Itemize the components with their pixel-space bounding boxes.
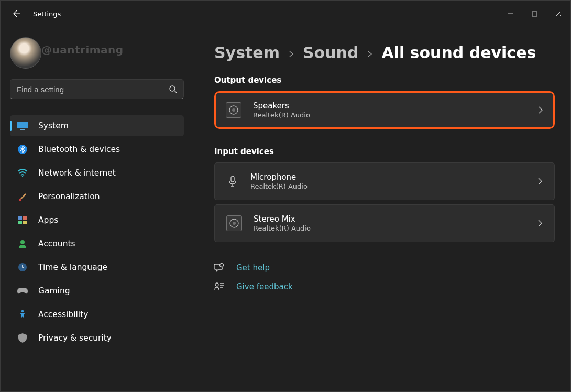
device-title: Speakers [253, 101, 310, 111]
watermark-text: @uantrimang [41, 43, 124, 56]
nav-accessibility[interactable]: Accessibility [10, 304, 184, 325]
search-icon [169, 85, 177, 93]
breadcrumb: System Sound All sound devices [214, 43, 555, 62]
svg-point-18 [233, 222, 236, 225]
svg-rect-2 [17, 122, 28, 128]
crumb-system[interactable]: System [214, 43, 280, 62]
device-title: Stereo Mix [254, 214, 311, 224]
svg-rect-3 [20, 129, 25, 130]
device-stereo-mix[interactable]: Stereo Mix Realtek(R) Audio [214, 204, 555, 242]
profile-row[interactable]: @uantrimang [10, 32, 189, 74]
back-arrow-icon [13, 9, 21, 18]
help-icon: ? [214, 263, 225, 273]
device-title: Microphone [250, 172, 308, 182]
paintbrush-icon [17, 191, 28, 202]
svg-rect-8 [23, 216, 27, 220]
nav-time-language[interactable]: Time & language [10, 257, 184, 278]
svg-point-11 [20, 240, 25, 244]
device-subtitle: Realtek(R) Audio [254, 224, 311, 232]
svg-text:?: ? [221, 264, 223, 267]
svg-point-1 [170, 86, 175, 91]
wifi-icon [17, 168, 28, 178]
input-devices-label: Input devices [214, 147, 555, 156]
speaker-icon [226, 102, 241, 118]
svg-rect-7 [18, 216, 22, 220]
microphone-icon [226, 175, 239, 188]
nav-label: Accessibility [38, 310, 88, 319]
svg-rect-10 [23, 221, 27, 224]
avatar [10, 37, 41, 69]
device-microphone[interactable]: Microphone Realtek(R) Audio [214, 162, 555, 200]
nav-label: Network & internet [38, 168, 116, 178]
nav: System Bluetooth & devices Network & int… [10, 113, 189, 351]
get-help-link[interactable]: Get help [236, 263, 270, 273]
search-box[interactable] [10, 79, 184, 99]
search-input[interactable] [17, 85, 169, 94]
nav-label: Bluetooth & devices [38, 145, 120, 154]
crumb-sound[interactable]: Sound [303, 43, 358, 62]
person-icon [17, 238, 28, 249]
device-subtitle: Realtek(R) Audio [250, 182, 308, 190]
app-title: Settings [33, 10, 61, 18]
nav-accounts[interactable]: Accounts [10, 233, 184, 254]
gamepad-icon [17, 286, 28, 296]
minimize-icon [507, 10, 513, 17]
stereo-mix-icon [226, 215, 242, 231]
apps-icon [17, 215, 28, 225]
close-icon [555, 10, 562, 17]
nav-privacy-security[interactable]: Privacy & security [10, 328, 184, 349]
nav-label: Apps [38, 215, 58, 225]
nav-label: Accounts [38, 239, 75, 248]
chevron-right-icon [538, 106, 543, 114]
clock-globe-icon [17, 262, 28, 273]
nav-label: System [38, 121, 69, 130]
chevron-right-icon [288, 51, 294, 57]
feedback-icon [214, 282, 225, 291]
device-speakers[interactable]: Speakers Realtek(R) Audio [214, 91, 555, 129]
system-icon [17, 121, 28, 131]
chevron-right-icon [537, 220, 543, 227]
back-button[interactable] [12, 9, 21, 18]
maximize-icon [532, 11, 537, 17]
window-maximize-button[interactable] [522, 5, 546, 22]
give-feedback-row: Give feedback [214, 282, 555, 291]
window-minimize-button[interactable] [498, 5, 522, 22]
device-subtitle: Realtek(R) Audio [253, 111, 310, 119]
nav-label: Privacy & security [38, 333, 112, 343]
crumb-current: All sound devices [381, 43, 536, 62]
nav-bluetooth-devices[interactable]: Bluetooth & devices [10, 139, 184, 160]
svg-rect-6 [19, 199, 21, 201]
chevron-right-icon [537, 178, 543, 185]
shield-icon [17, 333, 28, 343]
main-content: System Sound All sound devices Output de… [189, 27, 570, 391]
sidebar: @uantrimang System Bluetooth [1, 27, 189, 391]
nav-network-internet[interactable]: Network & internet [10, 162, 184, 183]
svg-point-13 [21, 310, 24, 313]
nav-apps[interactable]: Apps [10, 210, 184, 231]
accessibility-icon [17, 309, 28, 320]
svg-rect-16 [231, 176, 234, 182]
output-devices-label: Output devices [214, 75, 555, 85]
svg-point-21 [215, 283, 218, 286]
nav-label: Time & language [38, 263, 107, 272]
bluetooth-icon [17, 144, 28, 155]
give-feedback-link[interactable]: Give feedback [236, 282, 293, 291]
get-help-row: ? Get help [214, 263, 555, 273]
nav-gaming[interactable]: Gaming [10, 280, 184, 301]
nav-label: Personalization [38, 192, 100, 201]
chevron-right-icon [367, 51, 373, 57]
nav-system[interactable]: System [10, 115, 184, 136]
nav-label: Gaming [38, 286, 70, 296]
svg-rect-0 [532, 12, 537, 16]
svg-point-15 [232, 108, 235, 112]
svg-point-5 [22, 176, 23, 177]
nav-personalization[interactable]: Personalization [10, 186, 184, 207]
titlebar: Settings [1, 1, 570, 27]
window-close-button[interactable] [546, 5, 570, 22]
svg-rect-9 [18, 221, 22, 224]
